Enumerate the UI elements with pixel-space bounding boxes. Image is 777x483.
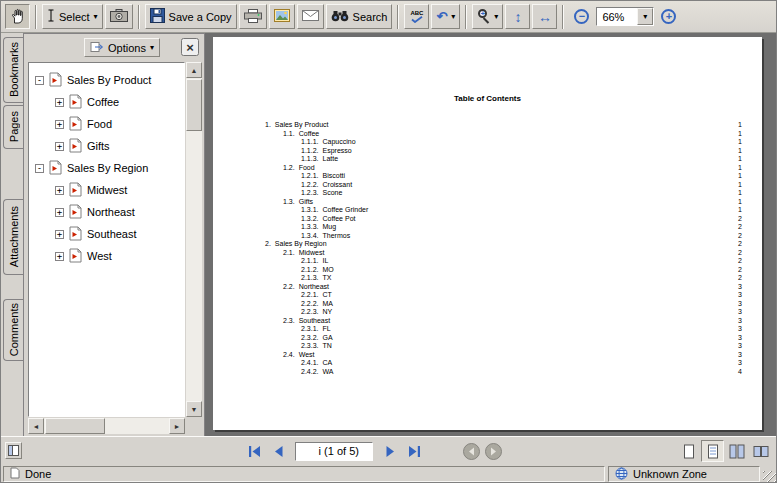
zoom-out-button[interactable]: − bbox=[569, 4, 594, 29]
bookmark-label[interactable]: Midwest bbox=[87, 184, 127, 196]
expand-toggle[interactable] bbox=[55, 230, 64, 239]
scroll-thumb[interactable] bbox=[45, 418, 105, 434]
scroll-right-button[interactable]: ► bbox=[169, 418, 185, 434]
toc-entry[interactable]: 2.1.3. TX 2 bbox=[213, 274, 762, 283]
tab-pages[interactable]: Pages bbox=[3, 105, 23, 149]
bookmark-item[interactable]: Gifts bbox=[31, 135, 182, 157]
spellcheck-button[interactable]: ABC bbox=[404, 4, 429, 29]
bookmark-label[interactable]: Sales By Product bbox=[67, 74, 151, 86]
page-number-input[interactable] bbox=[309, 445, 321, 457]
toc-entry[interactable]: 1.1.3. Latte 1 bbox=[213, 155, 762, 164]
toc-entry[interactable]: 2.2.3. NY 3 bbox=[213, 308, 762, 317]
toc-entry[interactable]: 2.3.2. GA 3 bbox=[213, 334, 762, 343]
toc-entry[interactable]: 2.1.2. MO 2 bbox=[213, 266, 762, 275]
toc-entry[interactable]: 1.3.1. Coffee Grinder 1 bbox=[213, 206, 762, 215]
bookmark-item[interactable]: Sales By Region bbox=[31, 157, 182, 179]
toc-entry[interactable]: 2.2. Northeast 3 bbox=[213, 283, 762, 292]
expand-toggle[interactable] bbox=[35, 164, 44, 173]
toc-entry[interactable]: 1. Sales By Product 1 bbox=[213, 121, 762, 130]
bookmark-item[interactable]: Coffee bbox=[31, 91, 182, 113]
close-panel-button[interactable]: × bbox=[181, 38, 199, 56]
expand-toggle[interactable] bbox=[55, 142, 64, 151]
toc-entry[interactable]: 2.1. Midwest 2 bbox=[213, 249, 762, 258]
tab-bookmarks[interactable]: Bookmarks bbox=[3, 37, 23, 103]
expand-toggle[interactable] bbox=[55, 186, 64, 195]
fit-width-button[interactable]: ↔ bbox=[532, 4, 557, 29]
toc-entry[interactable]: 1.2. Food 1 bbox=[213, 164, 762, 173]
snapshot-tool-button[interactable] bbox=[105, 4, 133, 29]
bookmark-item[interactable]: Sales By Product bbox=[31, 69, 182, 91]
toc-entry[interactable]: 1.2.1. Biscotti 1 bbox=[213, 172, 762, 181]
zoom-level-combo[interactable]: 66% ▾ bbox=[596, 7, 654, 26]
bookmark-item[interactable]: Southeast bbox=[31, 223, 182, 245]
chevron-down-icon[interactable]: ▾ bbox=[494, 13, 498, 21]
resize-grip[interactable] bbox=[763, 471, 776, 483]
expand-toggle[interactable] bbox=[55, 98, 64, 107]
scroll-left-button[interactable]: ◄ bbox=[28, 418, 44, 434]
options-button[interactable]: Options ▾ bbox=[84, 38, 160, 57]
toc-entry[interactable]: 2. Sales By Region 2 bbox=[213, 240, 762, 249]
bookmarks-vertical-scrollbar[interactable]: ▲ ▼ bbox=[186, 62, 202, 417]
zoom-combo-arrow-button[interactable]: ▾ bbox=[637, 8, 653, 25]
fit-page-button[interactable]: ↕ bbox=[505, 4, 530, 29]
continuous-layout-button[interactable] bbox=[701, 440, 724, 462]
scroll-up-button[interactable]: ▲ bbox=[186, 62, 202, 78]
bookmark-label[interactable]: Coffee bbox=[87, 96, 119, 108]
toc-entry[interactable]: 1.3.3. Mug 2 bbox=[213, 223, 762, 232]
next-view-button[interactable] bbox=[485, 443, 502, 460]
chevron-down-icon[interactable]: ▾ bbox=[451, 13, 455, 21]
toc-entry[interactable]: 2.1.1. IL 2 bbox=[213, 257, 762, 266]
bookmarks-horizontal-scrollbar[interactable]: ◄ ► bbox=[28, 418, 185, 434]
previous-page-button[interactable] bbox=[267, 440, 289, 462]
undo-dropdown-button[interactable]: ↶ ▾ bbox=[431, 4, 460, 29]
previous-view-button[interactable] bbox=[463, 443, 480, 460]
toc-entry[interactable]: 2.4.1. CA 3 bbox=[213, 359, 762, 368]
toc-entry[interactable]: 1.1.2. Espresso 1 bbox=[213, 147, 762, 156]
toc-entry[interactable]: 1.3.4. Thermos 2 bbox=[213, 232, 762, 241]
chevron-down-icon[interactable]: ▾ bbox=[94, 13, 98, 21]
bookmark-label[interactable]: Southeast bbox=[87, 228, 137, 240]
bookmark-label[interactable]: Northeast bbox=[87, 206, 135, 218]
bookmark-label[interactable]: West bbox=[87, 250, 112, 262]
first-page-button[interactable] bbox=[243, 440, 265, 462]
search-button[interactable]: Search bbox=[326, 4, 393, 29]
email-button[interactable] bbox=[297, 4, 324, 29]
toc-entry[interactable]: 2.4. West 3 bbox=[213, 351, 762, 360]
single-page-layout-button[interactable] bbox=[677, 440, 700, 462]
print-button[interactable] bbox=[239, 4, 267, 29]
last-page-button[interactable] bbox=[403, 440, 425, 462]
expand-toggle[interactable] bbox=[55, 208, 64, 217]
tab-comments[interactable]: Comments bbox=[3, 299, 23, 361]
scroll-down-button[interactable]: ▼ bbox=[186, 401, 202, 417]
toc-entry[interactable]: 2.2.2. MA 3 bbox=[213, 300, 762, 309]
select-tool-button[interactable]: Select ▾ bbox=[42, 4, 103, 29]
save-a-copy-button[interactable]: Save a Copy bbox=[145, 4, 237, 29]
toc-entry[interactable]: 2.3. Southeast 3 bbox=[213, 317, 762, 326]
bookmark-label[interactable]: Gifts bbox=[87, 140, 110, 152]
next-page-button[interactable] bbox=[379, 440, 401, 462]
nav-pane-toggle-button[interactable] bbox=[5, 442, 22, 459]
toc-entry[interactable]: 2.3.1. FL 3 bbox=[213, 325, 762, 334]
picture-tasks-button[interactable] bbox=[269, 4, 295, 29]
toc-entry[interactable]: 1.1.1. Capuccino 1 bbox=[213, 138, 762, 147]
zoom-in-button[interactable]: + bbox=[656, 4, 681, 29]
toc-entry[interactable]: 1.1. Coffee 1 bbox=[213, 130, 762, 139]
zoom-tool-button[interactable]: + ▾ bbox=[472, 4, 503, 29]
bookmark-label[interactable]: Food bbox=[87, 118, 112, 130]
expand-toggle[interactable] bbox=[55, 252, 64, 261]
document-area[interactable]: Table of Contents 1. Sales By Product 1 bbox=[205, 33, 777, 436]
toc-entry[interactable]: 2.3.3. TN 3 bbox=[213, 342, 762, 351]
bookmark-item[interactable]: Midwest bbox=[31, 179, 182, 201]
expand-toggle[interactable] bbox=[55, 120, 64, 129]
expand-toggle[interactable] bbox=[35, 76, 44, 85]
toc-entry[interactable]: 1.3.2. Coffee Pot 2 bbox=[213, 215, 762, 224]
tab-attachments[interactable]: Attachments bbox=[3, 199, 23, 275]
hand-tool-button[interactable] bbox=[5, 4, 30, 29]
toc-entry[interactable]: 2.4.2. WA 4 bbox=[213, 368, 762, 377]
toc-entry[interactable]: 1.2.3. Scone 1 bbox=[213, 189, 762, 198]
facing-layout-button[interactable] bbox=[749, 440, 772, 462]
toc-entry[interactable]: 1.3. Gifts 1 bbox=[213, 198, 762, 207]
bookmark-item[interactable]: Northeast bbox=[31, 201, 182, 223]
continuous-facing-layout-button[interactable] bbox=[725, 440, 748, 462]
scroll-thumb[interactable] bbox=[186, 79, 202, 131]
